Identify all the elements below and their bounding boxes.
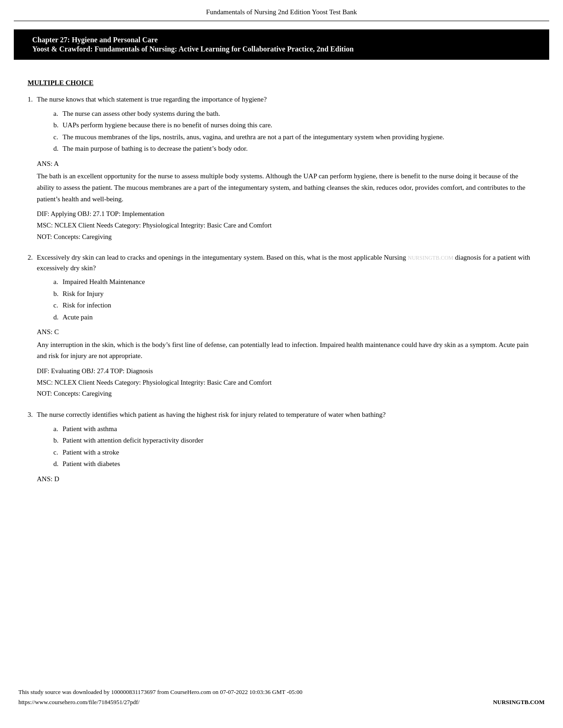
answer-choices-3: a.Patient with asthmab.Patient with atte… bbox=[53, 424, 535, 469]
question-number-2: 2. bbox=[28, 252, 37, 263]
meta-line: NOT: Concepts: Caregiving bbox=[37, 388, 535, 399]
questions-container: 1.The nurse knows that which statement i… bbox=[28, 94, 535, 484]
header-title: Fundamentals of Nursing 2nd Edition Yoos… bbox=[206, 8, 357, 16]
answer-choice-2-b: b.Risk for Injury bbox=[53, 289, 535, 299]
meta-line: MSC: NCLEX Client Needs Category: Physio… bbox=[37, 377, 535, 388]
page: Fundamentals of Nursing 2nd Edition Yoos… bbox=[0, 0, 563, 728]
answer-choice-3-b: b.Patient with attention deficit hyperac… bbox=[53, 435, 535, 446]
answer-choice-3-d: d.Patient with diabetes bbox=[53, 459, 535, 469]
choice-letter: b. bbox=[53, 289, 63, 299]
meta-info-2: DIF: Evaluating OBJ: 27.4 TOP: Diagnosis… bbox=[37, 365, 535, 399]
ans-line-2: ANS: C bbox=[37, 327, 535, 337]
choice-letter: a. bbox=[53, 424, 63, 434]
footer-url[interactable]: https://www.coursehero.com/file/71845951… bbox=[18, 699, 139, 706]
meta-line: NOT: Concepts: Caregiving bbox=[37, 231, 535, 243]
choice-letter: d. bbox=[53, 143, 63, 154]
ans-block-3: ANS: D bbox=[37, 474, 535, 484]
question-text-3: 3.The nurse correctly identifies which p… bbox=[37, 410, 535, 420]
ans-line-3: ANS: D bbox=[37, 474, 535, 484]
question-number-3: 3. bbox=[28, 410, 37, 420]
question-text-2: 2.Excessively dry skin can lead to crack… bbox=[37, 252, 535, 273]
question-block-3: 3.The nurse correctly identifies which p… bbox=[28, 410, 535, 484]
meta-info-1: DIF: Applying OBJ: 27.1 TOP: Implementat… bbox=[37, 208, 535, 242]
header-divider bbox=[14, 21, 549, 21]
answer-choice-2-d: d.Acute pain bbox=[53, 312, 535, 323]
page-header: Fundamentals of Nursing 2nd Edition Yoos… bbox=[0, 0, 563, 21]
explanation-text-1: The bath is an excellent opportunity for… bbox=[37, 171, 535, 205]
question-block-2: 2.Excessively dry skin can lead to crack… bbox=[28, 252, 535, 399]
ans-block-1: ANS: A bbox=[37, 159, 535, 169]
watermark-text: NURSINGTB.COM bbox=[408, 255, 454, 261]
section-heading: MULTIPLE CHOICE bbox=[28, 79, 535, 87]
question-text-1: 1.The nurse knows that which statement i… bbox=[37, 94, 535, 105]
choice-letter: a. bbox=[53, 277, 63, 287]
answer-choice-1-b: b.UAPs perform hygiene because there is … bbox=[53, 120, 535, 131]
question-block-1: 1.The nurse knows that which statement i… bbox=[28, 94, 535, 242]
ans-block-2: ANS: C bbox=[37, 327, 535, 337]
choice-letter: c. bbox=[53, 447, 63, 458]
answer-choice-1-d: d.The main purpose of bathing is to decr… bbox=[53, 143, 535, 154]
answer-choice-1-a: a.The nurse can assess other body system… bbox=[53, 108, 535, 119]
meta-line: DIF: Applying OBJ: 27.1 TOP: Implementat… bbox=[37, 208, 535, 220]
choice-letter: c. bbox=[53, 300, 63, 311]
footer-bottom: https://www.coursehero.com/file/71845951… bbox=[18, 699, 545, 706]
meta-line: MSC: NCLEX Client Needs Category: Physio… bbox=[37, 220, 535, 231]
explanation-text-2: Any interruption in the skin, which is t… bbox=[37, 339, 535, 362]
footer-download-info: This study source was downloaded by 1000… bbox=[18, 688, 545, 696]
choice-letter: b. bbox=[53, 435, 63, 446]
chapter-line1: Chapter 27: Hygiene and Personal Care bbox=[32, 36, 531, 44]
ans-line-1: ANS: A bbox=[37, 159, 535, 169]
question-number-1: 1. bbox=[28, 94, 37, 105]
answer-choices-2: a.Impaired Health Maintenanceb.Risk for … bbox=[53, 277, 535, 322]
answer-choices-1: a.The nurse can assess other body system… bbox=[53, 108, 535, 154]
answer-choice-3-a: a.Patient with asthma bbox=[53, 424, 535, 434]
main-content: MULTIPLE CHOICE 1.The nurse knows that w… bbox=[0, 60, 563, 503]
chapter-line2: Yoost & Crawford: Fundamentals of Nursin… bbox=[32, 45, 531, 53]
meta-line: DIF: Evaluating OBJ: 27.4 TOP: Diagnosis bbox=[37, 365, 535, 377]
answer-choice-2-c: c.Risk for infection bbox=[53, 300, 535, 311]
answer-choice-1-c: c.The mucous membranes of the lips, nost… bbox=[53, 132, 535, 142]
answer-choice-3-c: c.Patient with a stroke bbox=[53, 447, 535, 458]
chapter-title-box: Chapter 27: Hygiene and Personal Care Yo… bbox=[14, 29, 549, 60]
choice-letter: d. bbox=[53, 312, 63, 323]
footer-brand: NURSINGTB.COM bbox=[493, 699, 545, 706]
choice-letter: b. bbox=[53, 120, 63, 131]
choice-letter: c. bbox=[53, 132, 63, 142]
choice-letter: d. bbox=[53, 459, 63, 469]
answer-choice-2-a: a.Impaired Health Maintenance bbox=[53, 277, 535, 287]
choice-letter: a. bbox=[53, 108, 63, 119]
footer-section: This study source was downloaded by 1000… bbox=[0, 688, 563, 706]
